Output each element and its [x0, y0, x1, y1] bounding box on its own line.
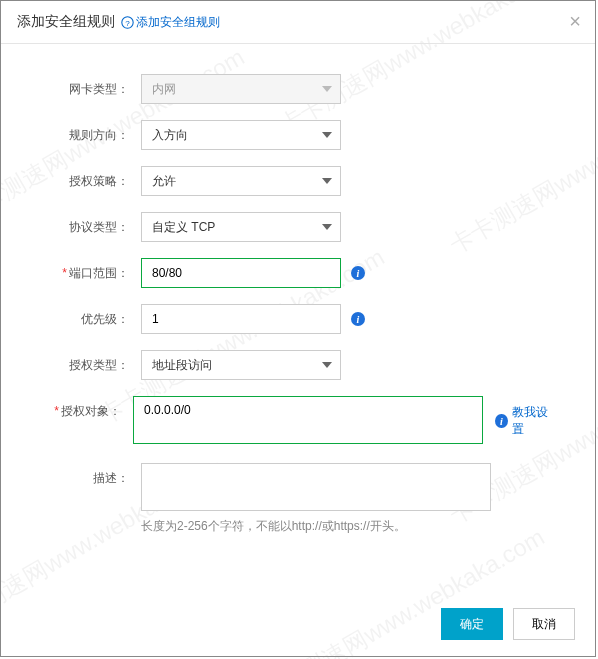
svg-text:?: ?: [125, 18, 130, 27]
input-port-range[interactable]: [152, 259, 312, 287]
add-security-rule-dialog: 添加安全组规则 ? 添加安全组规则 × 网卡类型： 内网 规则方向： 入方向: [0, 0, 596, 657]
chevron-down-icon: [322, 362, 332, 368]
info-icon[interactable]: i: [351, 312, 365, 326]
row-description: 描述： 长度为2-256个字符，不能以http://或https://开头。: [41, 463, 555, 535]
select-nic-type-value: 内网: [152, 81, 176, 98]
select-auth-type-value: 地址段访问: [152, 357, 212, 374]
select-policy[interactable]: 允许: [141, 166, 341, 196]
chevron-down-icon: [322, 132, 332, 138]
info-icon: i: [495, 414, 508, 428]
label-auth-type: 授权类型：: [41, 350, 141, 374]
dialog-footer: 确定 取消: [441, 608, 575, 640]
info-icon[interactable]: i: [351, 266, 365, 280]
dialog-header: 添加安全组规则 ? 添加安全组规则 ×: [1, 1, 595, 44]
label-nic-type: 网卡类型：: [41, 74, 141, 98]
label-description: 描述：: [41, 463, 141, 487]
row-policy: 授权策略： 允许: [41, 166, 555, 196]
row-auth-object: 授权对象： i 教我设置: [41, 396, 555, 447]
chevron-down-icon: [322, 224, 332, 230]
close-icon[interactable]: ×: [569, 11, 581, 31]
select-direction[interactable]: 入方向: [141, 120, 341, 150]
teach-me-text: 教我设置: [512, 404, 555, 438]
select-policy-value: 允许: [152, 173, 176, 190]
label-direction: 规则方向：: [41, 120, 141, 144]
input-description[interactable]: [141, 463, 491, 511]
description-hint: 长度为2-256个字符，不能以http://或https://开头。: [141, 518, 491, 535]
dialog-title: 添加安全组规则: [17, 13, 115, 31]
row-direction: 规则方向： 入方向: [41, 120, 555, 150]
row-priority: 优先级： i: [41, 304, 555, 334]
select-protocol[interactable]: 自定义 TCP: [141, 212, 341, 242]
row-protocol: 协议类型： 自定义 TCP: [41, 212, 555, 242]
label-protocol: 协议类型：: [41, 212, 141, 236]
chevron-down-icon: [322, 86, 332, 92]
label-auth-object: 授权对象：: [41, 396, 133, 420]
select-auth-type[interactable]: 地址段访问: [141, 350, 341, 380]
select-protocol-value: 自定义 TCP: [152, 219, 215, 236]
help-link-text: 添加安全组规则: [136, 14, 220, 31]
confirm-button[interactable]: 确定: [441, 608, 503, 640]
input-priority-wrap[interactable]: [141, 304, 341, 334]
input-auth-object[interactable]: [133, 396, 483, 444]
row-auth-type: 授权类型： 地址段访问: [41, 350, 555, 380]
label-policy: 授权策略：: [41, 166, 141, 190]
cancel-button[interactable]: 取消: [513, 608, 575, 640]
teach-me-link[interactable]: i 教我设置: [495, 404, 555, 438]
help-icon[interactable]: ? 添加安全组规则: [121, 14, 220, 31]
label-priority: 优先级：: [41, 304, 141, 328]
chevron-down-icon: [322, 178, 332, 184]
input-priority[interactable]: [152, 305, 312, 333]
label-port-range: 端口范围：: [41, 258, 141, 282]
select-nic-type: 内网: [141, 74, 341, 104]
dialog-body: 网卡类型： 内网 规则方向： 入方向 授权策略： 允许: [1, 44, 595, 571]
row-nic-type: 网卡类型： 内网: [41, 74, 555, 104]
select-direction-value: 入方向: [152, 127, 188, 144]
row-port-range: 端口范围： i: [41, 258, 555, 288]
input-port-range-wrap[interactable]: [141, 258, 341, 288]
